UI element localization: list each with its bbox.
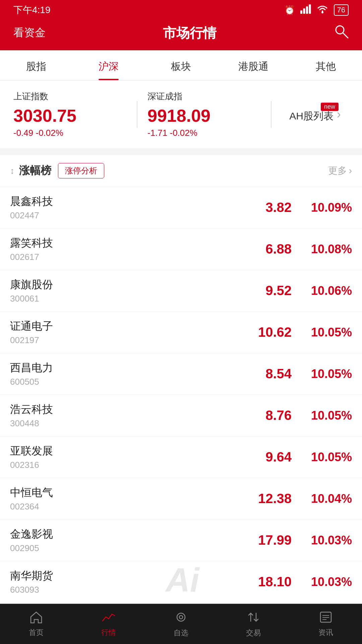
stock-list: 晨鑫科技 002447 3.82 10.09% 露笑科技 002617 6.88… bbox=[0, 187, 362, 603]
news-icon bbox=[319, 611, 333, 626]
stock-price: 17.99 bbox=[225, 533, 292, 548]
stock-change: 10.06% bbox=[292, 284, 352, 298]
more-arrow-icon: › bbox=[349, 165, 352, 176]
nav-trade-label: 交易 bbox=[246, 628, 261, 638]
stock-name: 金逸影视 bbox=[10, 527, 225, 542]
svg-point-7 bbox=[177, 613, 185, 621]
nav-item-trade[interactable]: 交易 bbox=[217, 604, 290, 644]
stock-price: 9.52 bbox=[225, 283, 292, 298]
stock-price: 10.62 bbox=[225, 325, 292, 340]
stock-name: 露笑科技 bbox=[10, 236, 225, 251]
svg-rect-2 bbox=[306, 6, 308, 14]
header-left-label[interactable]: 看资金 bbox=[13, 25, 46, 40]
stock-change: 10.04% bbox=[292, 492, 352, 506]
table-row[interactable]: 康旗股份 300061 9.52 10.06% bbox=[0, 270, 362, 312]
tab-ganggutong[interactable]: 港股通 bbox=[217, 50, 290, 80]
stock-code: 002364 bbox=[10, 501, 225, 512]
index2-change: -1.71 -0.02% bbox=[147, 128, 261, 138]
header: 看资金 市场行情 bbox=[0, 20, 362, 50]
table-row[interactable]: 证通电子 002197 10.62 10.05% bbox=[0, 312, 362, 353]
stock-change: 10.09% bbox=[292, 201, 352, 215]
stock-name: 晨鑫科技 bbox=[10, 194, 225, 209]
stock-code: 002617 bbox=[10, 252, 225, 262]
tab-guzhi[interactable]: 股指 bbox=[0, 50, 72, 80]
stock-change: 10.08% bbox=[292, 242, 352, 256]
bottom-nav: 首页 行情 自选 交易 bbox=[0, 604, 362, 644]
ah-block[interactable]: new AH股列表 › bbox=[282, 106, 349, 123]
stock-name: 西昌电力 bbox=[10, 361, 225, 375]
nav-home-label: 首页 bbox=[29, 628, 44, 638]
stock-name: 浩云科技 bbox=[10, 402, 225, 417]
rise-board-header: ↕ 涨幅榜 涨停分析 更多 › bbox=[0, 155, 362, 187]
stock-change: 10.05% bbox=[292, 450, 352, 464]
nav-watchlist-label: 自选 bbox=[174, 628, 188, 638]
svg-line-6 bbox=[343, 33, 348, 38]
stock-info: 中恒电气 002364 bbox=[10, 485, 225, 512]
stock-code: 002197 bbox=[10, 335, 225, 345]
header-title: 市场行情 bbox=[163, 24, 217, 42]
nav-item-watchlist[interactable]: 自选 bbox=[145, 604, 217, 644]
stock-name: 中恒电气 bbox=[10, 485, 225, 500]
section-title: ↕ 涨幅榜 bbox=[10, 163, 51, 178]
nav-item-news[interactable]: 资讯 bbox=[290, 604, 362, 644]
market-summary: 上证指数 3030.75 -0.49 -0.02% 深证成指 9918.09 -… bbox=[0, 80, 362, 152]
table-row[interactable]: 浩云科技 300448 8.76 10.05% bbox=[0, 395, 362, 436]
svg-rect-3 bbox=[309, 4, 311, 14]
search-icon[interactable] bbox=[334, 24, 349, 42]
stock-info: 康旗股份 300061 bbox=[10, 277, 225, 304]
table-row[interactable]: 西昌电力 600505 8.54 10.05% bbox=[0, 353, 362, 395]
index2-block[interactable]: 深证成指 9918.09 -1.71 -0.02% bbox=[147, 91, 261, 138]
more-button[interactable]: 更多 › bbox=[328, 164, 352, 177]
nav-item-market[interactable]: 行情 bbox=[72, 604, 145, 644]
status-time: 下午4:19 bbox=[13, 4, 51, 16]
table-row[interactable]: 亚联发展 002316 9.64 10.05% bbox=[0, 436, 362, 478]
signal-icon bbox=[300, 4, 311, 16]
analysis-button[interactable]: 涨停分析 bbox=[58, 163, 104, 178]
stock-name: 证通电子 bbox=[10, 319, 225, 334]
table-row[interactable]: 晨鑫科技 002447 3.82 10.09% bbox=[0, 187, 362, 228]
index-divider bbox=[137, 101, 137, 128]
stock-price: 18.10 bbox=[225, 574, 292, 589]
stock-code: 002447 bbox=[10, 210, 225, 221]
stock-name: 亚联发展 bbox=[10, 444, 225, 459]
stock-price: 6.88 bbox=[225, 241, 292, 257]
index1-name: 上证指数 bbox=[13, 91, 127, 102]
index-divider2 bbox=[271, 101, 272, 128]
tab-hushen[interactable]: 沪深 bbox=[72, 50, 145, 80]
table-row[interactable]: 金逸影视 002905 17.99 10.03% bbox=[0, 520, 362, 561]
stock-change: 10.03% bbox=[292, 575, 352, 589]
stock-price: 3.82 bbox=[225, 200, 292, 215]
status-icons: ⏰ 76 bbox=[284, 4, 349, 16]
new-badge: new bbox=[321, 103, 339, 111]
stock-price: 9.64 bbox=[225, 449, 292, 465]
home-icon bbox=[29, 611, 43, 626]
tab-bankuai[interactable]: 板块 bbox=[145, 50, 217, 80]
alarm-icon: ⏰ bbox=[284, 5, 295, 15]
stock-price: 8.54 bbox=[225, 366, 292, 381]
nav-news-label: 资讯 bbox=[318, 628, 333, 638]
stock-info: 露笑科技 002617 bbox=[10, 236, 225, 262]
svg-rect-0 bbox=[300, 10, 302, 14]
stock-code: 300448 bbox=[10, 418, 225, 429]
table-row[interactable]: 中恒电气 002364 12.38 10.04% bbox=[0, 478, 362, 520]
battery-indicator: 76 bbox=[334, 4, 349, 16]
svg-point-8 bbox=[179, 615, 183, 619]
stock-info: 浩云科技 300448 bbox=[10, 402, 225, 429]
index2-value: 9918.09 bbox=[147, 106, 261, 126]
stock-code: 002905 bbox=[10, 543, 225, 553]
stock-price: 8.76 bbox=[225, 408, 292, 423]
svg-rect-1 bbox=[303, 8, 305, 14]
tab-qita[interactable]: 其他 bbox=[290, 50, 362, 80]
market-icon bbox=[102, 611, 115, 626]
stock-price: 12.38 bbox=[225, 491, 292, 506]
index1-block[interactable]: 上证指数 3030.75 -0.49 -0.02% bbox=[13, 91, 127, 138]
stock-info: 亚联发展 002316 bbox=[10, 444, 225, 470]
stock-code: 002316 bbox=[10, 460, 225, 470]
stock-change: 10.05% bbox=[292, 325, 352, 339]
table-row[interactable]: 露笑科技 002617 6.88 10.08% bbox=[0, 228, 362, 270]
stock-info: 证通电子 002197 bbox=[10, 319, 225, 345]
nav-item-home[interactable]: 首页 bbox=[0, 604, 72, 644]
ah-label: AH股列表 bbox=[289, 109, 334, 123]
stock-change: 10.05% bbox=[292, 409, 352, 423]
stock-info: 西昌电力 600505 bbox=[10, 361, 225, 387]
